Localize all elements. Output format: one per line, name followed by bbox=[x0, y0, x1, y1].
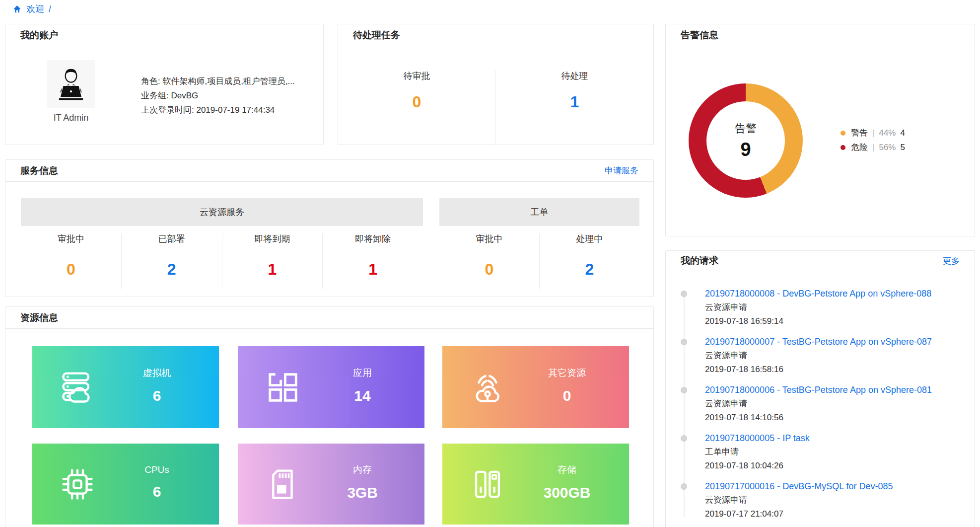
account-group-line: 业务组: DevBG bbox=[141, 88, 295, 103]
tile-value: 14 bbox=[300, 387, 424, 404]
timeline-dot-icon bbox=[681, 435, 687, 442]
resource-tile-apps: 应用 14 bbox=[238, 346, 424, 428]
stat-value: 1 bbox=[222, 259, 323, 279]
request-title-link[interactable]: 20190717000016 - DevBG-MySQL for Dev-085 bbox=[705, 479, 962, 493]
resource-tile-storage: 存储 300GB bbox=[442, 444, 629, 525]
stat-expiring: 即将到期 1 bbox=[222, 233, 323, 289]
donut-center-label: 告警 bbox=[735, 121, 757, 136]
alert-donut-chart: 告警 9 bbox=[689, 83, 803, 198]
legend-count: 4 bbox=[900, 128, 905, 138]
tile-value: 6 bbox=[95, 387, 219, 404]
home-icon[interactable] bbox=[12, 4, 22, 14]
stat-value: 2 bbox=[540, 259, 639, 279]
breadcrumb-home-link[interactable]: 欢迎 bbox=[26, 3, 44, 15]
cloud-resource-group-header: 云资源服务 bbox=[21, 198, 423, 226]
my-requests-title: 我的请求 bbox=[681, 254, 718, 267]
request-type: 云资源申请 bbox=[705, 301, 962, 314]
timeline-dot-icon bbox=[681, 291, 687, 297]
resource-tile-cpus: CPUs 6 bbox=[32, 444, 219, 525]
alert-info-card: 告警信息 告警 9 警告 | 44% 4 危险 | 56% 5 bbox=[665, 24, 975, 236]
breadcrumb-separator: / bbox=[49, 4, 51, 14]
stat-ticket-processing: 处理中 2 bbox=[540, 233, 639, 289]
stat-approving: 审批中 0 bbox=[21, 233, 122, 289]
stat-label: 即将卸除 bbox=[323, 233, 423, 244]
stat-label: 已部署 bbox=[122, 233, 222, 244]
task-label: 待处理 bbox=[496, 70, 653, 82]
more-link[interactable]: 更多 bbox=[943, 255, 960, 267]
breadcrumb: 欢迎 / bbox=[12, 3, 51, 15]
memory-card-icon bbox=[266, 467, 300, 502]
request-title-link[interactable]: 20190718000007 - TestBG-Petstore App on … bbox=[705, 335, 962, 349]
legend-count: 5 bbox=[900, 143, 905, 152]
request-time: 2019-07-18 16:58:16 bbox=[705, 363, 962, 376]
vm-server-cloud-icon bbox=[60, 370, 95, 405]
my-account-card: 我的账户 IT Admin 角色: 软件架构师,项目成员,租户管理员,... 业… bbox=[5, 24, 324, 145]
stat-label: 审批中 bbox=[439, 233, 539, 244]
pending-tasks-card: 待处理任务 待审批 0 待处理 1 bbox=[338, 24, 654, 145]
legend-separator: | bbox=[872, 128, 874, 138]
pending-tasks-title: 待处理任务 bbox=[353, 29, 400, 42]
request-time: 2019-07-18 16:59:14 bbox=[705, 314, 962, 328]
request-title-link[interactable]: 20190718000005 - IP task bbox=[705, 431, 962, 445]
tile-label: 其它资源 bbox=[505, 367, 629, 379]
legend-name: 警告 bbox=[851, 127, 868, 139]
stat-decommissioning: 即将卸除 1 bbox=[323, 233, 423, 289]
resource-tile-memory: 内存 3GB bbox=[238, 444, 424, 525]
request-time: 2019-07-18 10:04:26 bbox=[705, 459, 962, 473]
tile-value: 3GB bbox=[300, 484, 424, 501]
tile-label: 应用 bbox=[300, 367, 424, 379]
timeline-dot-icon bbox=[681, 387, 687, 393]
request-item: 20190717000016 - DevBG-MySQL for Dev-085… bbox=[681, 479, 962, 521]
tile-value: 6 bbox=[95, 483, 219, 500]
stat-label: 审批中 bbox=[21, 233, 121, 244]
storage-towers-icon bbox=[470, 467, 505, 502]
cloud-signal-icon bbox=[470, 370, 505, 405]
tile-label: 内存 bbox=[300, 463, 424, 476]
service-info-title: 服务信息 bbox=[20, 164, 58, 177]
resource-info-card: 资源信息 虚拟机 6 应用 14 bbox=[5, 306, 654, 527]
warning-dot-icon bbox=[840, 131, 845, 136]
request-service-link[interactable]: 申请服务 bbox=[605, 165, 638, 176]
request-item: 20190718000005 - IP task 工单申请 2019-07-18… bbox=[681, 431, 962, 473]
task-pending-approval: 待审批 0 bbox=[338, 70, 496, 146]
stat-ticket-approving: 审批中 0 bbox=[439, 233, 540, 289]
request-type: 云资源申请 bbox=[705, 397, 962, 411]
donut-center-value: 9 bbox=[740, 139, 751, 160]
service-info-card: 服务信息 申请服务 云资源服务 工单 审批中 0 已部署 2 即将到期 1 即将… bbox=[5, 159, 654, 297]
task-label: 待审批 bbox=[338, 70, 495, 82]
legend-separator: | bbox=[872, 143, 874, 152]
task-pending-process: 待处理 1 bbox=[496, 70, 653, 146]
request-type: 云资源申请 bbox=[705, 493, 962, 507]
stat-value: 0 bbox=[439, 259, 539, 279]
account-role-line: 角色: 软件架构师,项目成员,租户管理员,... bbox=[141, 74, 295, 88]
legend-row-danger: 危险 | 56% 5 bbox=[840, 140, 905, 154]
app-grid-icon bbox=[266, 370, 300, 405]
account-last-login-line: 上次登录时间: 2019-07-19 17:44:34 bbox=[141, 103, 295, 117]
tile-label: 虚拟机 bbox=[95, 367, 219, 379]
tile-value: 0 bbox=[505, 387, 629, 404]
stat-value: 0 bbox=[21, 259, 121, 279]
my-requests-card: 我的请求 更多 20190718000008 - DevBG-Petstore … bbox=[665, 250, 975, 527]
cpu-chip-icon bbox=[60, 467, 95, 502]
stat-label: 即将到期 bbox=[222, 233, 323, 244]
danger-dot-icon bbox=[840, 145, 845, 150]
alert-info-title: 告警信息 bbox=[681, 29, 718, 42]
request-title-link[interactable]: 20190718000008 - DevBG-Petstore App on v… bbox=[705, 287, 962, 301]
resource-tile-vm: 虚拟机 6 bbox=[32, 346, 219, 428]
account-user-name: IT Admin bbox=[41, 113, 101, 123]
task-value: 0 bbox=[338, 91, 495, 113]
avatar bbox=[47, 60, 95, 108]
request-title-link[interactable]: 20190718000006 - TestBG-Petstore App on … bbox=[705, 383, 962, 397]
stat-value: 1 bbox=[323, 259, 423, 279]
request-time: 2019-07-17 21:04:07 bbox=[705, 507, 962, 521]
tile-label: CPUs bbox=[95, 464, 219, 475]
ticket-group-header: 工单 bbox=[439, 198, 639, 226]
legend-percent: 44% bbox=[879, 128, 896, 138]
request-time: 2019-07-18 14:10:56 bbox=[705, 411, 962, 425]
stat-deployed: 已部署 2 bbox=[122, 233, 222, 289]
timeline-dot-icon bbox=[681, 483, 687, 490]
timeline-dot-icon bbox=[681, 339, 687, 345]
request-item: 20190718000006 - TestBG-Petstore App on … bbox=[681, 383, 962, 425]
resource-info-title: 资源信息 bbox=[20, 311, 58, 324]
legend-name: 危险 bbox=[851, 142, 868, 153]
